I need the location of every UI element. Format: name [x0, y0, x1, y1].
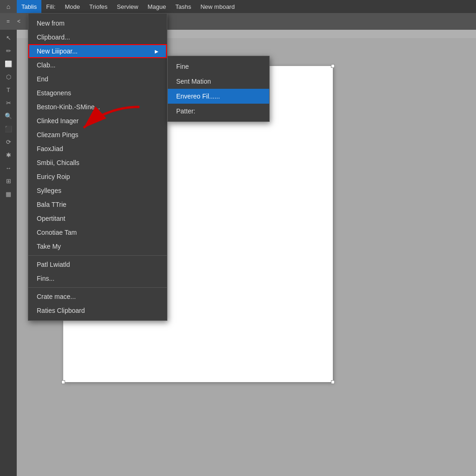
- left-toolbar: ↖ ✏ ⬜ ⬡ T ✂ 🔍 ⬛ ⟳ ✱ ↔ ⊞ ▦: [0, 30, 17, 476]
- menu-smbii[interactable]: Smbii, Chicalls: [28, 156, 167, 170]
- tool-shape[interactable]: ⬡: [2, 71, 15, 83]
- menu-patl[interactable]: Patl Lwiatld: [28, 258, 167, 271]
- menu-mague[interactable]: Mague: [143, 0, 171, 13]
- toolbar-lt[interactable]: <: [14, 17, 23, 26]
- menu-fins[interactable]: Fins...: [28, 271, 167, 285]
- tool-star[interactable]: ✱: [2, 149, 15, 161]
- handle-tr[interactable]: [331, 64, 335, 68]
- menu-new-mboard[interactable]: New mboard: [196, 0, 239, 13]
- tool-rotate[interactable]: ⟳: [2, 136, 15, 148]
- menu-clinked[interactable]: Clinked Inager: [28, 114, 167, 128]
- menu-clab[interactable]: Clab...: [28, 58, 167, 72]
- sub-menu-envereo[interactable]: Envereo Fil......: [168, 89, 269, 104]
- menu-new-from[interactable]: New from: [28, 16, 167, 30]
- submenu-arrow: ▶: [155, 49, 159, 54]
- dropdown-container: New from Clipboard... New Liiipoar... ▶ …: [28, 13, 167, 321]
- separator-2: [28, 287, 167, 288]
- menu-triofes[interactable]: Triofes: [85, 0, 112, 13]
- toolbar-eq[interactable]: =: [4, 17, 13, 26]
- menu-new-liiipoar[interactable]: New Liiipoar... ▶: [28, 44, 167, 58]
- tool-grid2[interactable]: ⊞: [2, 175, 15, 187]
- menu-tablis[interactable]: Tablis: [17, 0, 41, 13]
- menu-opertitant[interactable]: Opertitant: [28, 212, 167, 225]
- menu-faoxjiad[interactable]: FaoxJiad: [28, 142, 167, 156]
- tool-select[interactable]: ↖: [2, 32, 15, 44]
- menu-cliezam[interactable]: Cliezam Pings: [28, 128, 167, 142]
- menu-crate-mace[interactable]: Crate mace...: [28, 290, 167, 304]
- handle-br[interactable]: [331, 380, 335, 384]
- menu-euricy[interactable]: Euricy Roip: [28, 170, 167, 184]
- menu-end[interactable]: End: [28, 72, 167, 86]
- tool-fill[interactable]: ⬛: [2, 123, 15, 135]
- menu-conotiae[interactable]: Conotiae Tam: [28, 225, 167, 239]
- tool-zoom[interactable]: 🔍: [2, 110, 15, 122]
- tool-text[interactable]: T: [2, 84, 15, 96]
- menu-mode[interactable]: Mode: [60, 0, 85, 13]
- menubar: ⌂ Tablis Fili: Mode Triofes Serview Magu…: [0, 0, 476, 13]
- sub-dropdown: Fine Sent Mation Envereo Fil...... Patte…: [167, 56, 270, 122]
- menu-fili[interactable]: Fili:: [41, 0, 60, 13]
- tool-pen[interactable]: ✏: [2, 45, 15, 57]
- main-dropdown: New from Clipboard... New Liiipoar... ▶ …: [28, 13, 167, 321]
- tool-scissors[interactable]: ✂: [2, 97, 15, 109]
- handle-bl[interactable]: [61, 380, 65, 384]
- menu-beston[interactable]: Beston-Kinb.-SMine...: [28, 100, 167, 114]
- menu-tashs[interactable]: Tashs: [171, 0, 196, 13]
- tool-rect[interactable]: ⬜: [2, 58, 15, 70]
- tool-table[interactable]: ▦: [2, 188, 15, 200]
- menu-clipboard[interactable]: Clipboard...: [28, 30, 167, 44]
- sub-menu-fine[interactable]: Fine: [168, 59, 269, 74]
- menu-sylleges[interactable]: Sylleges: [28, 184, 167, 198]
- menu-raties[interactable]: Raties Clipboard: [28, 304, 167, 317]
- separator-1: [28, 255, 167, 256]
- tool-move[interactable]: ↔: [2, 162, 15, 174]
- home-button[interactable]: ⌂: [0, 0, 17, 13]
- sub-menu-sent-mation[interactable]: Sent Mation: [168, 74, 269, 89]
- menu-serview[interactable]: Serview: [112, 0, 143, 13]
- sub-menu-patter[interactable]: Patter:: [168, 104, 269, 119]
- menu-bala[interactable]: Bala TTrie: [28, 198, 167, 212]
- menu-take-my[interactable]: Take My: [28, 239, 167, 253]
- menu-estagonens[interactable]: Estagonens: [28, 86, 167, 100]
